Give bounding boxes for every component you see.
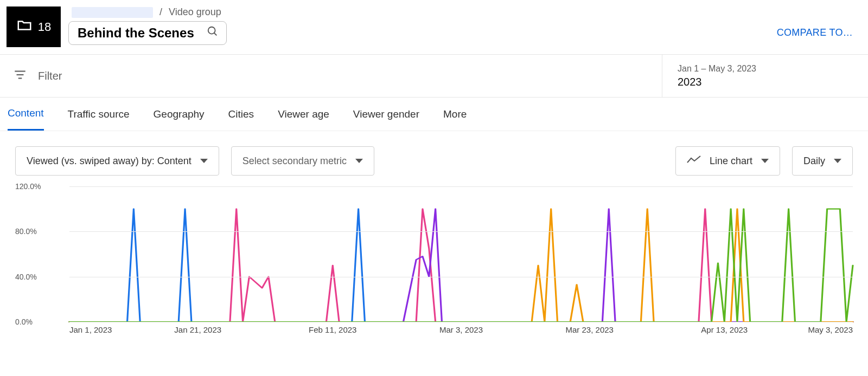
x-tick-label: Mar 3, 2023 [439,325,483,334]
x-tick-label: Jan 21, 2023 [174,325,221,334]
primary-metric-select[interactable]: Viewed (vs. swiped away) by: Content [15,146,219,176]
svg-line-1 [214,33,217,36]
chart-series [69,209,853,322]
tab-traffic-source[interactable]: Traffic source [68,108,130,130]
folder-icon [16,17,33,37]
x-tick-label: Apr 13, 2023 [701,325,748,334]
chevron-down-icon [355,159,363,163]
chart-type-label: Line chart [710,155,752,167]
granularity-label: Daily [803,155,825,167]
granularity-select[interactable]: Daily [792,146,853,176]
secondary-metric-placeholder: Select secondary metric [242,155,347,167]
secondary-metric-select[interactable]: Select secondary metric [231,146,374,176]
line-chart-icon [687,155,701,167]
chart-container: 0.0%40.0%80.0%120.0% Jan 1, 2023Jan 21, … [0,176,868,343]
tab-cities[interactable]: Cities [228,108,254,130]
tab-content[interactable]: Content [8,107,44,131]
chart-y-axis: 0.0%40.0%80.0%120.0% [15,186,69,322]
group-tile[interactable]: 18 [7,7,61,47]
chevron-down-icon [200,159,208,163]
y-tick-label: 120.0% [15,182,41,191]
date-range-text: Jan 1 – May 3, 2023 [678,64,756,74]
chart-type-select[interactable]: Line chart [675,146,780,176]
filter-icon [13,68,27,85]
date-preset-text: 2023 [678,76,756,88]
y-tick-label: 40.0% [15,273,37,281]
filter-bar: Filter Jan 1 – May 3, 2023 2023 [0,54,868,98]
y-tick-label: 0.0% [15,317,33,326]
x-tick-label: Jan 1, 2023 [69,325,112,334]
chart-controls: Viewed (vs. swiped away) by: Content Sel… [0,131,868,176]
breadcrumb-sep: / [159,7,162,18]
x-tick-label: Mar 23, 2023 [566,325,614,334]
filter-placeholder: Filter [38,70,62,82]
chevron-down-icon [761,159,769,163]
filter-left[interactable]: Filter [0,55,662,97]
tab-viewer-age[interactable]: Viewer age [278,108,329,130]
line-chart: 0.0%40.0%80.0%120.0% Jan 1, 2023Jan 21, … [15,186,853,338]
chart-x-axis: Jan 1, 2023Jan 21, 2023Feb 11, 2023Mar 3… [69,322,853,338]
breadcrumb-current: Video group [169,7,221,18]
y-tick-label: 80.0% [15,227,37,236]
x-tick-label: May 3, 2023 [808,325,853,334]
tab-geography[interactable]: Geography [154,108,205,130]
tab-viewer-gender[interactable]: Viewer gender [353,108,419,130]
chevron-down-icon [834,159,841,163]
date-range-selector[interactable]: Jan 1 – May 3, 2023 2023 [662,55,868,97]
primary-metric-label: Viewed (vs. swiped away) by: Content [27,155,192,167]
header-center: / Video group [68,7,853,45]
dimension-tabs: ContentTraffic sourceGeographyCitiesView… [0,98,868,131]
chart-series [69,209,853,322]
svg-point-0 [208,27,215,34]
group-count: 18 [38,20,51,34]
breadcrumb-channel[interactable] [72,7,153,18]
title-search-input[interactable] [76,25,201,41]
search-icon [207,25,219,41]
compare-to-button[interactable]: COMPARE TO… [777,27,853,38]
chart-series [69,209,853,322]
page-header: 18 / Video group COMPARE TO… [0,0,868,54]
chart-series [69,209,853,322]
chart-plot-area [69,186,853,322]
breadcrumb: / Video group [68,7,853,18]
title-search[interactable] [68,21,227,45]
chart-series [69,209,853,322]
x-tick-label: Feb 11, 2023 [309,325,356,334]
tab-more[interactable]: More [443,108,470,130]
